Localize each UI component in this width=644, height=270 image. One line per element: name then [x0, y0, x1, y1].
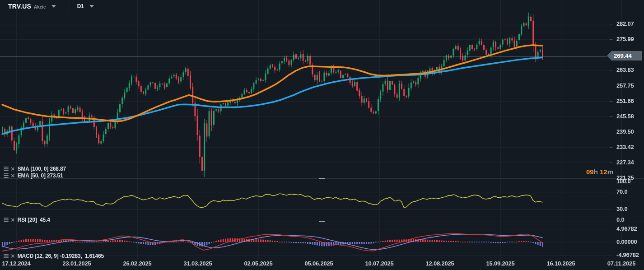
indicator-remove-icon[interactable]: × [11, 217, 15, 223]
rsi-axis-label: 0.0 [616, 216, 624, 223]
macd-axis-label: 4.96782 [616, 225, 637, 232]
ema-indicator-legend: × EMA [50, 0] 273.51 [4, 172, 63, 179]
rsi-axis-label: 70.0 [616, 188, 628, 195]
indicator-remove-icon[interactable]: × [11, 253, 15, 259]
trading-chart-app: TRV.US Akcie D1 × SMA [100, 0] 268.87 × … [0, 0, 644, 270]
rsi-pane-resize-handle[interactable] [319, 178, 325, 179]
date-axis-label: 02.05.2025 [244, 260, 272, 267]
date-axis-label: 23.01.2025 [62, 260, 91, 267]
indicator-remove-icon[interactable]: × [11, 172, 15, 178]
indicator-settings-icon[interactable] [4, 254, 9, 258]
price-axis-label: 282.07 [616, 20, 634, 27]
date-axis-label: 10.07.2025 [365, 260, 393, 267]
indicator-settings-icon[interactable] [4, 218, 9, 222]
date-axis-label: 12.08.2025 [425, 260, 454, 267]
countdown-minutes: 12 [600, 168, 607, 176]
macd-indicator-legend: × MACD [12, 26, 9] -0.19283, 1.61465 [4, 252, 104, 259]
date-axis-label: 26.02.2025 [123, 260, 151, 267]
price-axis-label: 233.42 [616, 144, 634, 150]
rsi-indicator-legend: × RSI [20] 45.4 [4, 216, 50, 223]
indicator-settings-icon[interactable] [4, 173, 9, 178]
price-axis-label: 239.50 [616, 128, 634, 135]
price-axis-label: 251.66 [616, 98, 634, 104]
sma-legend-label: SMA [100, 0] 268.87 [18, 166, 66, 172]
price-axis-label: 275.99 [616, 36, 634, 42]
chevron-down-icon [51, 5, 56, 8]
macd-pane-resize-handle[interactable] [319, 221, 325, 222]
date-axis-label: 16.10.2025 [546, 260, 575, 267]
chevron-down-icon [89, 5, 94, 8]
countdown-hours: 09 [586, 168, 594, 176]
symbol-market-label: Akcie [34, 5, 46, 9]
macd-legend-label: MACD [12, 26, 9] -0.19283, 1.61465 [18, 253, 104, 259]
countdown-minutes-unit: m [607, 168, 613, 176]
date-axis-label: 07.11.2025 [607, 260, 635, 267]
timeframe-selector[interactable]: D1 [69, 0, 94, 13]
timeframe-label: D1 [77, 3, 84, 9]
symbol-selector[interactable]: TRV.US Akcie [0, 0, 56, 13]
rsi-axis-label: 100.0 [616, 178, 631, 185]
chart-canvas[interactable] [0, 0, 644, 270]
price-axis-label: 227.34 [616, 159, 634, 166]
price-axis-label: 245.58 [616, 113, 634, 120]
symbol-name: TRV.US [8, 3, 31, 10]
macd-axis-label: 0.00000 [616, 238, 637, 245]
macd-axis-label: -4.96782 [616, 251, 639, 258]
indicator-remove-icon[interactable]: × [11, 166, 15, 172]
date-axis-label: 05.06.2025 [304, 260, 333, 267]
indicator-settings-icon[interactable] [4, 167, 9, 171]
rsi-legend-label: RSI [20] 45.4 [18, 217, 50, 223]
date-axis-label: 17.12.2024 [2, 260, 30, 267]
sma-indicator-legend: × SMA [100, 0] 268.87 [4, 165, 66, 172]
candle-countdown: 09h 12m [577, 168, 613, 176]
price-axis-label: 263.83 [616, 66, 634, 73]
date-axis-label: 15.09.2025 [486, 260, 514, 267]
date-axis-label: 31.03.2025 [183, 260, 212, 267]
current-price-badge: 269.44 [607, 51, 642, 61]
price-axis-label: 257.75 [616, 82, 634, 89]
countdown-hours-unit: h [594, 168, 598, 176]
rsi-axis-label: 30.0 [616, 205, 628, 212]
chart-header: TRV.US Akcie D1 [0, 0, 94, 13]
ema-legend-label: EMA [50, 0] 273.51 [18, 172, 63, 179]
